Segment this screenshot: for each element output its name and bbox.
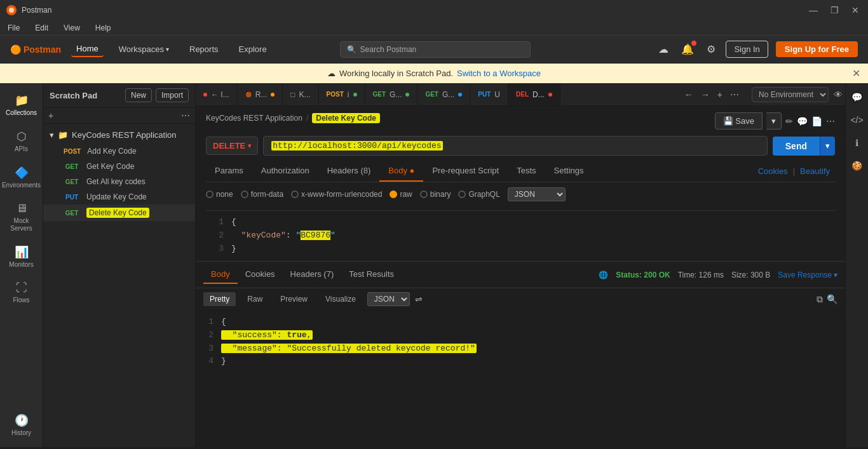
save-dropdown-button[interactable]: ▾: [766, 112, 782, 130]
list-item[interactable]: POST Add Key Code: [43, 144, 195, 159]
sign-in-button[interactable]: Sign In: [726, 41, 768, 58]
beautify-button[interactable]: Beautify: [800, 166, 830, 176]
tab-body[interactable]: Body ●: [379, 161, 423, 182]
tab-item[interactable]: PUT U: [470, 83, 508, 105]
search-bar[interactable]: 🔍 Search Postman: [340, 41, 531, 58]
menu-help[interactable]: Help: [93, 22, 114, 34]
body-option-raw[interactable]: raw: [390, 190, 412, 199]
list-item[interactable]: GET Get All key codes: [43, 174, 195, 189]
line-number: 4: [201, 355, 214, 368]
wrap-lines-button[interactable]: ⇌: [415, 294, 423, 304]
right-panel-info-button[interactable]: ℹ: [851, 134, 862, 152]
request-line: DELETE ▾ http://localhost:3000/api/keyco…: [206, 136, 835, 156]
menu-edit[interactable]: Edit: [32, 22, 51, 34]
tab-more-button[interactable]: ⋯: [728, 88, 742, 101]
sidebar-item-flows[interactable]: ⛶ Flows: [3, 276, 41, 309]
resp-tab-test-results[interactable]: Test Results: [341, 265, 402, 284]
copy-response-button[interactable]: ⧉: [817, 294, 823, 305]
nav-explore[interactable]: Explore: [234, 42, 272, 57]
menu-view[interactable]: View: [61, 22, 83, 34]
save-area: 💾 Save ▾ ✏ 💬 📄 ⋯: [715, 112, 835, 130]
sidebar-item-mock-servers[interactable]: 🖥 Mock Servers: [3, 197, 41, 238]
url-display[interactable]: http://localhost:3000/api/keycodes: [263, 136, 767, 156]
notification-bell-button[interactable]: 🔔: [679, 41, 696, 58]
settings-gear-button[interactable]: ⚙: [704, 41, 718, 58]
method-select[interactable]: DELETE ▾: [206, 137, 258, 155]
more-options-button[interactable]: ⋯: [826, 116, 835, 126]
cloud-icon-button[interactable]: ☁: [656, 41, 671, 58]
resp-format-raw[interactable]: Raw: [241, 292, 269, 306]
sign-up-button[interactable]: Sign Up for Free: [776, 41, 858, 57]
tab-item[interactable]: ⊗ R...: [238, 83, 283, 105]
send-arrow-button[interactable]: ▾: [820, 137, 835, 156]
tab-forward-button[interactable]: →: [698, 88, 712, 101]
edit-button[interactable]: ✏: [785, 116, 793, 126]
resp-format-pretty[interactable]: Pretty: [203, 292, 236, 306]
tab-back-button[interactable]: ←: [682, 88, 696, 101]
body-option-graphql[interactable]: GraphQL: [458, 190, 499, 199]
right-panel-chat-button[interactable]: 💬: [848, 88, 866, 106]
collection-name: KeyCodes REST Application: [72, 130, 177, 140]
tab-headers[interactable]: Headers (8): [318, 161, 380, 182]
tab-item-active[interactable]: DEL D...: [508, 83, 560, 105]
environment-eye-button[interactable]: 👁: [831, 88, 845, 101]
sidebar-item-environments[interactable]: 🔷 Environments: [3, 161, 41, 194]
response-format-select[interactable]: JSON: [367, 292, 410, 306]
nav-workspaces[interactable]: Workspaces ▾: [114, 42, 174, 57]
app-logo: 🟠 Postman: [10, 44, 61, 55]
close-button[interactable]: ✕: [849, 4, 862, 17]
nav-reports[interactable]: Reports: [184, 42, 224, 57]
import-button[interactable]: Import: [156, 88, 189, 102]
new-button[interactable]: New: [125, 88, 152, 102]
maximize-button[interactable]: ❐: [828, 4, 841, 17]
list-item-active[interactable]: GET Delete Key Code: [43, 204, 195, 221]
sidebar-item-monitors[interactable]: 📊 Monitors: [3, 240, 41, 274]
resp-tab-headers[interactable]: Headers (7): [283, 265, 342, 284]
tab-item[interactable]: □ K...: [283, 83, 318, 105]
resp-tab-cookies[interactable]: Cookies: [238, 265, 283, 284]
banner-close-button[interactable]: ✕: [852, 67, 860, 79]
collection-root[interactable]: ▾ 📁 KeyCodes REST Application: [43, 126, 195, 144]
search-response-button[interactable]: 🔍: [827, 294, 837, 305]
list-item[interactable]: GET Get Key Code: [43, 159, 195, 174]
tab-tests[interactable]: Tests: [508, 161, 545, 182]
body-option-urlencoded[interactable]: x-www-form-urlencoded: [291, 190, 382, 199]
send-button[interactable]: Send: [773, 137, 820, 156]
collection-options-button[interactable]: ⋯: [181, 111, 190, 121]
menu-file[interactable]: File: [5, 22, 22, 34]
right-panel-cookie-button[interactable]: 🍪: [848, 157, 866, 175]
body-option-none[interactable]: none: [206, 190, 233, 199]
comment-button[interactable]: 💬: [797, 116, 808, 126]
tab-params[interactable]: Params: [206, 161, 252, 182]
body-format-select[interactable]: JSON Text JavaScript HTML XML: [508, 187, 566, 201]
mock-servers-icon: 🖥: [16, 202, 27, 215]
tab-item[interactable]: GET G...: [417, 83, 470, 105]
tab-authorization[interactable]: Authorization: [252, 161, 318, 182]
body-option-form-data[interactable]: form-data: [241, 190, 283, 199]
cookies-button[interactable]: Cookies: [758, 166, 788, 176]
tab-add-button[interactable]: +: [715, 88, 725, 101]
environment-select[interactable]: No Environment: [752, 87, 829, 102]
doc-button[interactable]: 📄: [811, 116, 822, 126]
tab-item[interactable]: ← I...: [196, 83, 238, 105]
tab-pre-request[interactable]: Pre-request Script: [423, 161, 508, 182]
sidebar-item-collections[interactable]: 📁 Collections: [3, 88, 41, 122]
code-editor[interactable]: 1 { 2 "keyCode": "BC9876" 3 }: [206, 210, 835, 261]
resp-tab-body[interactable]: Body: [203, 265, 238, 284]
minimize-button[interactable]: —: [806, 4, 820, 17]
banner-switch-link[interactable]: Switch to a Workspace: [457, 69, 541, 78]
add-collection-button[interactable]: +: [48, 111, 53, 121]
resp-format-preview[interactable]: Preview: [274, 292, 314, 306]
tab-settings[interactable]: Settings: [545, 161, 593, 182]
tab-item[interactable]: GET G...: [365, 83, 418, 105]
nav-home[interactable]: Home: [71, 41, 104, 57]
body-option-binary[interactable]: binary: [420, 190, 451, 199]
save-response-button[interactable]: Save Response ▾: [778, 271, 837, 279]
list-item[interactable]: PUT Update Key Code: [43, 189, 195, 204]
sidebar-item-apis[interactable]: ⬡ APIs: [3, 124, 41, 158]
sidebar-item-history[interactable]: 🕐 History: [3, 408, 41, 442]
save-button[interactable]: 💾 Save: [715, 112, 763, 130]
right-panel-code-button[interactable]: </>: [846, 111, 867, 129]
resp-format-visualize[interactable]: Visualize: [319, 292, 362, 306]
tab-item[interactable]: POST i: [319, 83, 365, 105]
